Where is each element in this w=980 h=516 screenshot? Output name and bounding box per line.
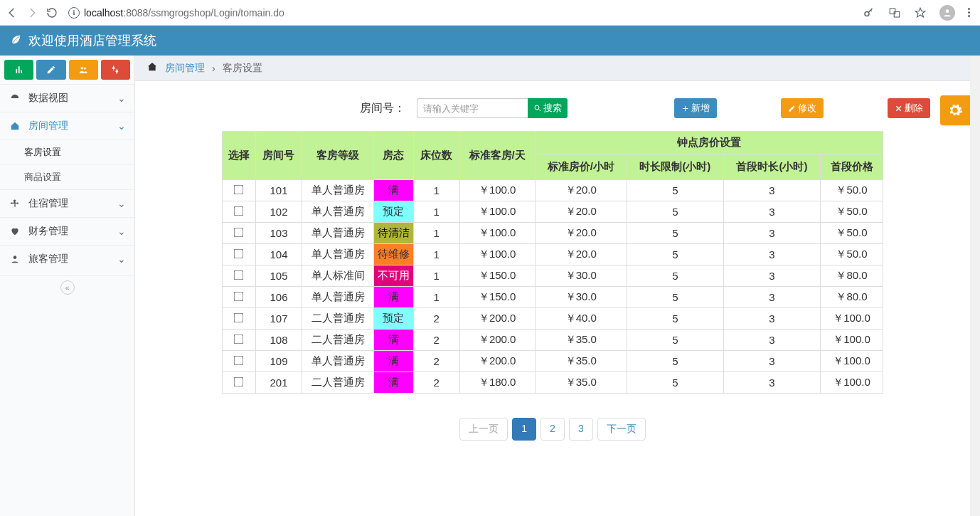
th-std-hour: 标准房价/小时 — [535, 154, 627, 180]
add-button-label: 新增 — [691, 102, 710, 115]
search-input[interactable] — [417, 98, 528, 118]
key-icon[interactable] — [863, 6, 875, 19]
cell-first-dur: 3 — [723, 372, 820, 394]
cell-beds: 1 — [413, 244, 459, 265]
room-table: 选择 房间号 客房等级 房态 床位数 标准客房/天 钟点房价设置 标准房价/小时… — [222, 131, 883, 394]
svg-point-6 — [112, 67, 115, 70]
breadcrumb-current: 客房设置 — [223, 62, 262, 75]
delete-button-label: 删除 — [905, 102, 923, 115]
cell-grade: 二人普通房 — [302, 308, 374, 330]
page-3[interactable]: 3 — [569, 418, 593, 441]
toolbar-users-button[interactable] — [69, 60, 98, 80]
edit-button-label: 修改 — [798, 102, 816, 115]
toolbar-edit-button[interactable] — [36, 60, 65, 80]
sidebar-item-room-mgmt[interactable]: 房间管理 ⌄ — [0, 112, 134, 139]
cell-first-price: ￥100.0 — [821, 351, 883, 372]
th-first-price: 首段价格 — [821, 154, 883, 180]
cell-first-price: ￥100.0 — [821, 308, 883, 330]
table-row: 107二人普通房预定2￥200.0￥40.053￥100.0 — [223, 308, 883, 330]
cell-first-dur: 3 — [723, 223, 820, 244]
sidebar-item-stay-mgmt[interactable]: 住宿管理 ⌄ — [0, 189, 134, 217]
cell-room-no: 108 — [255, 330, 302, 351]
cell-beds: 1 — [413, 287, 459, 308]
breadcrumb-link[interactable]: 房间管理 — [165, 62, 205, 75]
settings-float-button[interactable] — [940, 95, 970, 125]
row-checkbox[interactable] — [234, 185, 244, 195]
page-1[interactable]: 1 — [512, 418, 536, 441]
row-checkbox[interactable] — [234, 335, 244, 344]
cell-limit: 5 — [627, 308, 723, 330]
row-checkbox[interactable] — [234, 206, 244, 216]
cell-std-day: ￥100.0 — [459, 201, 535, 223]
cell-room-no: 104 — [255, 244, 302, 265]
table-row: 105单人标准间不可用1￥150.0￥30.053￥80.0 — [223, 265, 883, 287]
toolbar-stats-button[interactable] — [4, 60, 33, 80]
cell-first-price: ￥80.0 — [821, 287, 883, 308]
translate-icon[interactable] — [888, 6, 901, 19]
row-checkbox[interactable] — [234, 313, 244, 323]
sidebar-sub-goods-setting[interactable]: 商品设置 — [0, 164, 134, 189]
cell-status: 满 — [374, 330, 413, 351]
info-icon: i — [68, 7, 80, 19]
cell-std-hour: ￥20.0 — [535, 201, 627, 223]
th-status: 房态 — [374, 132, 413, 180]
row-checkbox[interactable] — [234, 270, 244, 280]
cell-limit: 5 — [627, 244, 723, 265]
add-button[interactable]: 新增 — [674, 98, 717, 118]
table-row: 103单人普通房待清洁1￥100.0￥20.053￥50.0 — [223, 223, 883, 244]
star-icon[interactable] — [914, 6, 927, 19]
scrollbar[interactable] — [970, 56, 980, 516]
cell-limit: 5 — [627, 351, 723, 372]
forward-icon[interactable] — [26, 6, 38, 19]
cell-room-no: 107 — [255, 308, 302, 330]
cell-first-price: ￥100.0 — [821, 372, 883, 394]
profile-avatar[interactable] — [939, 5, 955, 21]
row-checkbox[interactable] — [234, 228, 244, 238]
sidebar-toolbar — [0, 56, 134, 84]
th-grade: 客房等级 — [302, 132, 374, 180]
cell-grade: 单人标准间 — [302, 265, 374, 287]
cell-std-hour: ￥35.0 — [535, 372, 627, 394]
move-icon — [9, 199, 21, 209]
cell-std-day: ￥100.0 — [459, 180, 535, 201]
sidebar-item-finance-mgmt[interactable]: 财务管理 ⌄ — [0, 217, 134, 245]
cell-limit: 5 — [627, 287, 723, 308]
search-button[interactable]: 搜索 — [528, 98, 568, 118]
cell-std-hour: ￥30.0 — [535, 287, 627, 308]
cell-first-dur: 3 — [723, 265, 820, 287]
cell-beds: 1 — [413, 180, 459, 201]
cell-std-hour: ￥20.0 — [535, 244, 627, 265]
delete-button[interactable]: 删除 — [888, 98, 930, 118]
chevron-down-icon: ⌄ — [117, 226, 126, 237]
home-icon[interactable] — [147, 61, 158, 75]
row-checkbox[interactable] — [234, 292, 244, 302]
sidebar-item-data-view[interactable]: 数据视图 ⌄ — [0, 84, 134, 112]
table-row: 104单人普通房待维修1￥100.0￥20.053￥50.0 — [223, 244, 883, 265]
url-bar[interactable]: i localhost:8088/ssmgrogshop/Login/tomai… — [65, 7, 856, 19]
sidebar-item-guest-mgmt[interactable]: 旅客管理 ⌄ — [0, 245, 134, 273]
menu-icon[interactable] — [968, 8, 970, 17]
row-checkbox[interactable] — [234, 356, 244, 366]
browser-bar: i localhost:8088/ssmgrogshop/Login/tomai… — [0, 0, 980, 26]
table-row: 201二人普通房满2￥180.0￥35.053￥100.0 — [223, 372, 883, 394]
cell-first-price: ￥50.0 — [821, 180, 883, 201]
page-2[interactable]: 2 — [540, 418, 565, 441]
sidebar-collapse[interactable]: « — [0, 275, 134, 299]
page-next[interactable]: 下一页 — [597, 418, 646, 441]
row-checkbox[interactable] — [234, 249, 244, 259]
cell-std-day: ￥200.0 — [459, 330, 535, 351]
pagination: 上一页 1 2 3 下一页 — [135, 418, 970, 441]
cell-std-hour: ￥20.0 — [535, 223, 627, 244]
table-row: 108二人普通房满2￥200.0￥35.053￥100.0 — [223, 330, 883, 351]
toolbar-settings-button[interactable] — [101, 60, 130, 80]
sidebar-sub-room-setting[interactable]: 客房设置 — [0, 139, 134, 164]
cell-first-price: ￥50.0 — [821, 201, 883, 223]
reload-icon[interactable] — [46, 6, 58, 19]
cell-room-no: 101 — [255, 180, 302, 201]
cell-std-day: ￥150.0 — [459, 265, 535, 287]
edit-button[interactable]: 修改 — [781, 98, 824, 118]
row-checkbox[interactable] — [234, 377, 244, 387]
cell-beds: 2 — [413, 308, 459, 330]
back-icon[interactable] — [6, 6, 18, 19]
sidebar-item-label: 住宿管理 — [28, 197, 68, 210]
